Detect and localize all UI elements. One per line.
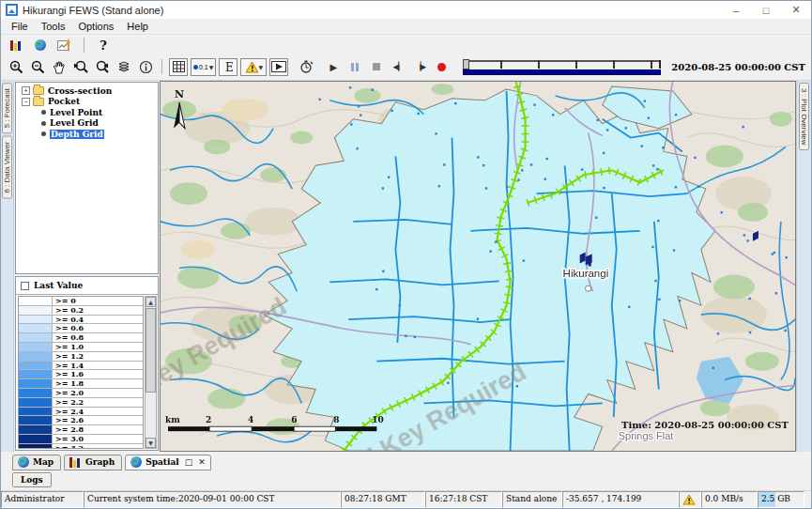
maximize-button[interactable]: □ bbox=[751, 1, 781, 19]
logs-button[interactable]: Logs bbox=[12, 472, 52, 487]
view-tab-spatial[interactable]: Spatial□✕ bbox=[125, 455, 211, 470]
timeline-slider[interactable] bbox=[463, 57, 661, 76]
station-dot bbox=[418, 113, 420, 115]
station-dot bbox=[485, 187, 487, 189]
view-tab-map[interactable]: Map bbox=[12, 455, 61, 470]
station-dot bbox=[477, 156, 479, 158]
legend-value-label: >= 0.2 bbox=[53, 306, 84, 315]
tab-maximize-icon[interactable]: □ bbox=[185, 457, 193, 467]
station-dot bbox=[721, 211, 723, 213]
legend-value-label: >= 0.4 bbox=[53, 316, 84, 324]
zoom-previous-button[interactable] bbox=[71, 58, 90, 76]
tree-leaf-label: Level Grid bbox=[50, 118, 99, 128]
animation-window-button[interactable] bbox=[269, 58, 288, 76]
chart-up-icon bbox=[57, 39, 72, 52]
info-button[interactable] bbox=[136, 58, 155, 76]
step-forward-button[interactable]: ▕▶ bbox=[410, 58, 429, 76]
grid-display-button[interactable] bbox=[169, 58, 188, 76]
map-display-button[interactable] bbox=[31, 37, 50, 54]
tree-leaf-label: Level Point bbox=[50, 108, 102, 117]
step-back-button[interactable]: ◀▏ bbox=[389, 58, 407, 76]
scroll-up-icon[interactable]: ▲ bbox=[146, 297, 156, 307]
legend-scrollbar[interactable]: ▲ ▼ bbox=[145, 296, 157, 449]
collapse-icon[interactable]: − bbox=[22, 98, 30, 106]
minimize-button[interactable]: – bbox=[721, 1, 751, 19]
main-toolbar: ? bbox=[1, 35, 811, 55]
zoom-previous-icon bbox=[73, 60, 88, 74]
play-button[interactable]: ▶ bbox=[324, 58, 343, 76]
menu-item-tools[interactable]: Tools bbox=[35, 21, 72, 32]
help-button[interactable]: ? bbox=[94, 37, 113, 54]
legend-value-label: >= 1.8 bbox=[53, 379, 84, 388]
dock-tab-left-1[interactable]: 6 : Data Viewer bbox=[2, 136, 12, 199]
tree-leaf[interactable]: Level Point bbox=[16, 107, 158, 118]
dock-tab-left-0[interactable]: 5 : Forecast bbox=[2, 83, 12, 133]
map-canvas[interactable]: API Key Required API Key Required Hikura… bbox=[160, 81, 796, 452]
explorer-button[interactable] bbox=[7, 37, 25, 54]
menu-item-options[interactable]: Options bbox=[71, 21, 120, 32]
status-bandwidth: 0.0 MB/s bbox=[701, 491, 758, 508]
station-dot bbox=[483, 164, 484, 166]
replay-button[interactable] bbox=[297, 58, 315, 76]
toolbar-separator bbox=[161, 59, 162, 74]
zoom-next-button[interactable] bbox=[93, 58, 112, 76]
menu-item-file[interactable]: File bbox=[5, 21, 35, 32]
bullet-icon bbox=[41, 131, 46, 136]
toolbar-separator bbox=[84, 38, 84, 53]
dock-tab-right-0[interactable]: 3 : Plot Overview bbox=[799, 83, 809, 150]
stop-icon bbox=[373, 63, 380, 70]
timeline-ruler bbox=[463, 60, 661, 69]
legend-color-swatch bbox=[19, 435, 53, 443]
bar-chart-icon bbox=[10, 39, 23, 51]
expand-icon[interactable]: + bbox=[22, 86, 30, 95]
layers-button[interactable] bbox=[115, 58, 133, 76]
legend-value-label: >= 2.0 bbox=[53, 389, 84, 397]
zoom-out-button[interactable] bbox=[28, 58, 47, 76]
station-dot bbox=[435, 132, 437, 134]
folder-icon bbox=[33, 86, 44, 95]
window-title: Hikurangi FEWS (Stand alone) bbox=[23, 5, 163, 16]
view-tab-label: Spatial bbox=[146, 457, 178, 467]
station-dot bbox=[318, 99, 320, 100]
pan-button[interactable] bbox=[50, 58, 69, 76]
svg-text:6: 6 bbox=[291, 415, 297, 424]
view-tab-graph[interactable]: Graph bbox=[64, 455, 122, 470]
view-tab-label: Map bbox=[33, 457, 54, 467]
legend-color-swatch bbox=[19, 297, 53, 305]
zoom-in-button[interactable] bbox=[7, 58, 25, 76]
data-viewer-panel: +Cross-section−PocketLevel PointLevel Gr… bbox=[14, 81, 160, 452]
zoom-out-icon bbox=[31, 60, 45, 74]
timeline-handle[interactable] bbox=[463, 59, 469, 69]
tree-leaf[interactable]: Level Grid bbox=[16, 118, 158, 130]
record-button[interactable] bbox=[432, 58, 451, 76]
legend-value-label: >= 1.4 bbox=[53, 362, 84, 370]
legend-value-label: >= 1.6 bbox=[53, 370, 84, 378]
tree-node[interactable]: −Pocket bbox=[16, 97, 158, 108]
legend-color-swatch bbox=[19, 370, 53, 378]
timeseries-display-button[interactable] bbox=[55, 37, 74, 54]
label-toggle-button[interactable]: E bbox=[219, 58, 237, 76]
legend-color-swatch bbox=[19, 324, 53, 332]
stop-button[interactable] bbox=[367, 58, 386, 76]
classbreak-dropdown[interactable]: 0.1 ▼ bbox=[191, 58, 216, 76]
station-dot bbox=[784, 330, 786, 332]
menu-item-help[interactable]: Help bbox=[120, 21, 155, 32]
legend-value-label: >= 0.6 bbox=[53, 324, 84, 332]
close-button[interactable]: ✕ bbox=[781, 1, 811, 19]
legend-value-label: >= 2.4 bbox=[53, 408, 84, 416]
zoom-in-icon bbox=[9, 60, 23, 74]
last-value-checkbox[interactable] bbox=[21, 282, 29, 290]
status-warning[interactable] bbox=[679, 491, 701, 508]
timer-icon bbox=[299, 59, 314, 74]
tree-leaf[interactable]: Depth Grid bbox=[16, 129, 158, 140]
warning-layer-dropdown[interactable]: ▼ bbox=[240, 58, 267, 76]
record-icon bbox=[437, 63, 446, 71]
scroll-thumb[interactable] bbox=[146, 308, 156, 393]
status-memory: 2.5 GB bbox=[758, 491, 804, 508]
filter-tree: +Cross-section−PocketLevel PointLevel Gr… bbox=[15, 82, 159, 274]
status-gmt-time: 08:27:18 GMT bbox=[341, 491, 425, 508]
pause-button[interactable] bbox=[345, 58, 364, 76]
scroll-down-icon[interactable]: ▼ bbox=[146, 438, 156, 448]
tab-close-icon[interactable]: ✕ bbox=[198, 457, 206, 467]
legend-value-label: >= 2.2 bbox=[53, 398, 84, 407]
